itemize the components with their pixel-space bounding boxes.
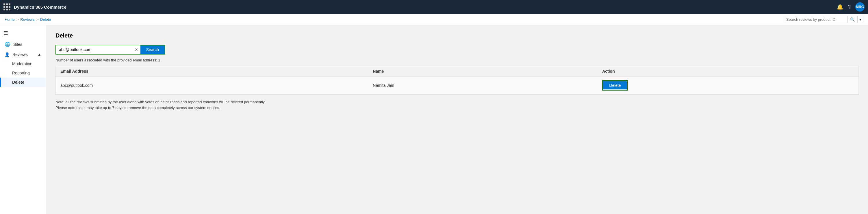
user-count-text: Number of users associated with the prov… xyxy=(56,58,859,62)
main-content: Delete ✕ Search Number of users associat… xyxy=(46,25,868,214)
top-navigation-bar: Dynamics 365 Commerce 🔔 ? MRG xyxy=(0,0,868,14)
table-row: abc@outlook.com Namita Jain Delete xyxy=(56,77,859,94)
sidebar-item-sites[interactable]: 🌐 Sites xyxy=(0,39,46,50)
sidebar: ☰ 🌐 Sites 👤 Reviews ▲ Moderation Reporti… xyxy=(0,25,46,214)
col-name: Name xyxy=(368,66,597,77)
sites-icon: 🌐 xyxy=(5,41,10,47)
product-search-bar: 🔍 ▾ xyxy=(784,16,863,23)
sidebar-label-sites: Sites xyxy=(13,42,22,47)
help-icon[interactable]: ? xyxy=(848,4,851,10)
breadcrumb: Home > Reviews > Delete xyxy=(5,17,51,22)
product-search-button[interactable]: 🔍 xyxy=(847,16,857,23)
col-email-address: Email Address xyxy=(56,66,368,77)
breadcrumb-bar: Home > Reviews > Delete 🔍 ▾ xyxy=(0,14,868,25)
app-title: Dynamics 365 Commerce xyxy=(14,5,833,9)
email-search-input[interactable] xyxy=(56,45,132,54)
email-search-container: ✕ Search xyxy=(56,45,165,55)
cell-name: Namita Jain xyxy=(368,77,597,94)
cell-action: Delete xyxy=(597,77,859,94)
search-button[interactable]: Search xyxy=(141,45,165,54)
breadcrumb-separator-2: > xyxy=(36,17,38,22)
apps-grid-icon[interactable] xyxy=(3,3,10,10)
delete-button-wrapper: Delete xyxy=(602,80,628,91)
bell-icon[interactable]: 🔔 xyxy=(837,4,843,10)
user-avatar[interactable]: MRG xyxy=(855,2,865,11)
breadcrumb-delete: Delete xyxy=(40,17,51,22)
product-search-dropdown[interactable]: ▾ xyxy=(857,16,863,23)
top-bar-icons: 🔔 ? MRG xyxy=(837,2,865,11)
sidebar-sub-item-moderation[interactable]: Moderation xyxy=(0,59,46,68)
users-table: Email Address Name Action abc@outlook.co… xyxy=(56,66,859,94)
reviews-icon: 👤 xyxy=(5,52,9,57)
note-text: Note: all the reviews submitted by the u… xyxy=(56,99,275,110)
page-title: Delete xyxy=(56,32,859,39)
breadcrumb-reviews[interactable]: Reviews xyxy=(20,17,34,22)
search-clear-icon[interactable]: ✕ xyxy=(132,47,141,52)
app-layout: ☰ 🌐 Sites 👤 Reviews ▲ Moderation Reporti… xyxy=(0,25,868,214)
reviews-chevron-icon: ▲ xyxy=(37,52,41,57)
col-action: Action xyxy=(597,66,859,77)
sidebar-item-reviews[interactable]: 👤 Reviews ▲ xyxy=(0,50,46,59)
users-table-container: Email Address Name Action abc@outlook.co… xyxy=(56,66,859,95)
sidebar-sub-item-delete[interactable]: Delete xyxy=(0,78,46,87)
sidebar-sub-item-reporting[interactable]: Reporting xyxy=(0,68,46,78)
hamburger-menu[interactable]: ☰ xyxy=(0,28,46,39)
product-search-input[interactable] xyxy=(784,16,847,23)
breadcrumb-home[interactable]: Home xyxy=(5,17,15,22)
sidebar-label-reviews: Reviews xyxy=(12,52,28,57)
delete-user-button[interactable]: Delete xyxy=(603,81,626,90)
cell-email: abc@outlook.com xyxy=(56,77,368,94)
breadcrumb-separator-1: > xyxy=(17,17,19,22)
